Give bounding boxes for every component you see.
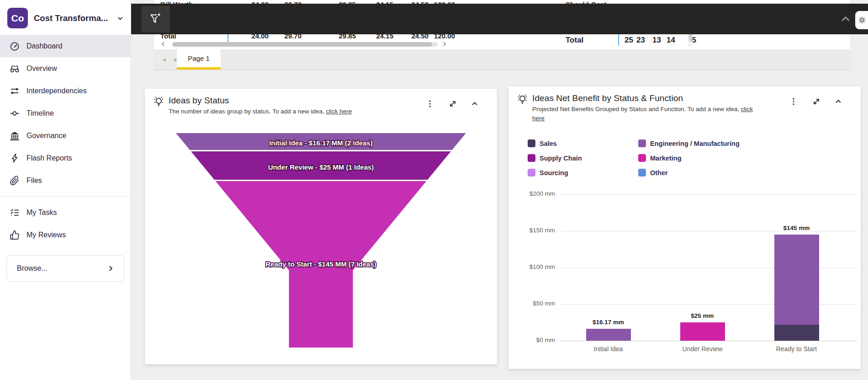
sidebar-item-overview[interactable]: Overview xyxy=(0,57,131,80)
legend-item-other[interactable]: Other xyxy=(638,169,740,177)
browse-button[interactable]: Browse... xyxy=(6,255,124,282)
legend-item-sales[interactable]: Sales xyxy=(528,139,638,147)
sidebar-item-label: Flash Reports xyxy=(26,154,72,162)
legend-label: Marketing xyxy=(650,155,682,162)
add-idea-link[interactable]: click here xyxy=(326,108,352,115)
sidebar-item-my-tasks[interactable]: My Tasks xyxy=(0,201,131,224)
pager-prev-arrow[interactable]: ◂ xyxy=(160,55,168,64)
clipped-table-header-row: Bill-Worth Should-Cost 24.0029.7029.8524… xyxy=(154,0,851,4)
funnel-chart: Initial Idea - $16.17 MM (2 Ideas)Under … xyxy=(176,133,466,348)
hscroll-thumb[interactable] xyxy=(173,42,432,47)
chevron-right-icon xyxy=(106,264,115,273)
sidebar-item-label: Interdependencies xyxy=(26,87,87,95)
app-root: Co Cost Transforma... DashboardOverviewI… xyxy=(0,0,868,380)
sidebar: Co Cost Transforma... DashboardOverviewI… xyxy=(0,0,131,380)
app-logo[interactable]: Co xyxy=(7,8,28,28)
legend-item-supply-chain[interactable]: Supply Chain xyxy=(528,154,638,162)
legend-label: Sourcing xyxy=(540,169,568,177)
expand-card-icon[interactable] xyxy=(811,96,821,107)
bar-segment-engineering-manufacturing[interactable] xyxy=(586,329,631,341)
card-subtitle-text: Projected Net Benefits Grouped by Status… xyxy=(532,106,741,112)
legend-label: Supply Chain xyxy=(540,155,582,162)
collapse-toolbar-chevron-up-icon[interactable] xyxy=(838,12,853,27)
table-cell: 29.70 xyxy=(260,0,302,4)
bar-segment-engineering-manufacturing[interactable] xyxy=(774,235,819,325)
sidebar-item-label: Files xyxy=(26,177,42,185)
swap-arrows-icon xyxy=(10,86,20,96)
browse-label: Browse... xyxy=(17,264,48,273)
report-tab-strip: ◂ ▸ Page 1 xyxy=(154,49,851,70)
bar-value-label: $145 mm xyxy=(769,225,824,231)
sidebar-item-label: Governance xyxy=(26,132,66,140)
funnel-stage-label: Ready to Start - $145 MM (7 Ideas) xyxy=(265,260,376,268)
legend-swatch xyxy=(638,169,646,177)
card-subtitle: Projected Net Benefits Grouped by Status… xyxy=(532,105,759,123)
workspace-title: Cost Transforma... xyxy=(34,13,108,23)
sidebar-item-flash-reports[interactable]: Flash Reports xyxy=(0,147,131,169)
bar-value-label: $16.17 mm xyxy=(581,319,636,326)
legend-label: Sales xyxy=(540,140,557,147)
bar-value-label: $25 mm xyxy=(675,312,730,319)
legend-swatch xyxy=(638,154,646,162)
legend-swatch xyxy=(638,139,646,147)
sidebar-divider xyxy=(0,196,131,197)
legend-swatch xyxy=(528,154,535,162)
card-title: Ideas by Status xyxy=(169,96,488,106)
card-title: Ideas Net Benefit by Status & Function xyxy=(532,93,852,103)
legend-label: Other xyxy=(650,169,668,177)
card-subtitle: The number of ideas group by status. To … xyxy=(169,107,488,116)
legend-item-sourcing[interactable]: Sourcing xyxy=(528,169,638,177)
report-toolbar xyxy=(131,4,868,34)
paperclip-icon xyxy=(10,176,20,186)
x-axis-category-label: Under Review xyxy=(666,345,739,353)
sidebar-item-my-reviews[interactable]: My Reviews xyxy=(0,224,131,246)
y-axis-tick-label: $150 mm xyxy=(514,227,555,234)
legend-item-engineering-manufacturing[interactable]: Engineering / Manufacturing xyxy=(638,139,740,147)
x-axis-category-label: Ready to Start xyxy=(760,345,833,353)
sidebar-item-dashboard[interactable]: Dashboard xyxy=(0,35,131,57)
hscroll-left-arrow[interactable] xyxy=(159,40,167,48)
more-options-kebab-icon[interactable] xyxy=(789,96,799,107)
collapse-card-chevron-up-icon[interactable] xyxy=(833,96,843,107)
sidebar-item-timeline[interactable]: Timeline xyxy=(0,102,131,124)
chart-legend: SalesEngineering / ManufacturingSupply C… xyxy=(528,139,740,177)
expand-card-icon[interactable] xyxy=(448,99,458,109)
sidebar-item-label: Overview xyxy=(26,64,57,73)
add-filter-button[interactable] xyxy=(142,6,170,32)
horizontal-scrollbar[interactable] xyxy=(172,42,438,47)
y-axis-tick-label: $50 mm xyxy=(514,300,555,307)
ideas-net-benefit-card: Ideas Net Benefit by Status & Function P… xyxy=(508,86,861,369)
collapse-card-chevron-up-icon[interactable] xyxy=(470,99,480,109)
sidebar-item-interdependencies[interactable]: Interdependencies xyxy=(0,80,131,102)
lightning-icon xyxy=(10,153,20,163)
checklist-icon xyxy=(10,208,20,218)
more-options-kebab-icon[interactable] xyxy=(425,99,435,109)
table-cell: 120.00 xyxy=(414,0,455,4)
card-header: Ideas Net Benefit by Status & Function P… xyxy=(508,86,861,123)
table-cell: 29.85 xyxy=(315,0,356,4)
card-subtitle-text: The number of ideas group by status. To … xyxy=(169,108,326,115)
bank-icon xyxy=(10,131,20,141)
sidebar-item-label: My Tasks xyxy=(26,209,57,217)
y-axis-tick-label: $100 mm xyxy=(514,263,555,270)
sidebar-item-governance[interactable]: Governance xyxy=(0,124,131,147)
gridline xyxy=(561,341,857,341)
sidebar-item-label: Timeline xyxy=(26,109,54,118)
hscroll-right-arrow[interactable] xyxy=(440,40,448,48)
bar-segment-sales[interactable] xyxy=(774,325,819,341)
binoculars-icon xyxy=(10,64,20,74)
bar-segment-marketing[interactable] xyxy=(680,322,725,341)
card-header: Ideas by Status The number of ideas grou… xyxy=(145,89,497,116)
tab-page-1[interactable]: Page 1 xyxy=(177,49,221,70)
sidebar-item-files[interactable]: Files xyxy=(0,169,131,192)
legend-swatch xyxy=(528,139,535,147)
settings-gear-icon[interactable] xyxy=(855,11,868,29)
ideas-by-status-card: Ideas by Status The number of ideas grou… xyxy=(145,89,497,364)
sidebar-item-label: My Reviews xyxy=(26,231,66,239)
workspace-switcher[interactable]: Co Cost Transforma... xyxy=(0,0,131,35)
timeline-icon xyxy=(10,108,20,118)
funnel-stage-label: Under Review - $25 MM (1 Ideas) xyxy=(268,163,374,171)
funnel-plus-icon xyxy=(148,11,163,27)
legend-item-marketing[interactable]: Marketing xyxy=(638,154,740,162)
funnel-stage-label: Initial Idea - $16.17 MM (2 Ideas) xyxy=(269,139,373,147)
